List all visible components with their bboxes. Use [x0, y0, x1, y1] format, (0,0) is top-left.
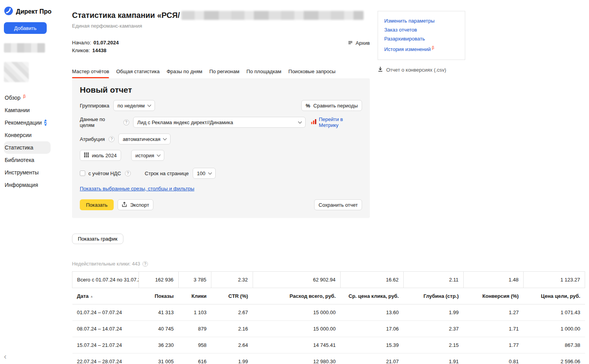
- export-icon: [122, 202, 127, 208]
- sidebar-item[interactable]: Кампании: [4, 104, 51, 116]
- value-cell: 867.38: [523, 337, 585, 353]
- date-cell: 01.07.24 – 07.07.24: [72, 304, 139, 321]
- sidebar-item-label: Инструменты: [5, 169, 39, 176]
- report-wizard-panel: Новый отчет Группировка по неделям % Сра…: [72, 78, 370, 218]
- value-cell: 15 000.00: [253, 321, 340, 337]
- sidebar-item[interactable]: Статистика: [4, 141, 51, 154]
- period-button[interactable]: июль 2024: [80, 150, 121, 161]
- sidebar-item-label: Конверсии: [5, 132, 32, 138]
- conversions-csv-link[interactable]: Отчет о конверсиях (.csv): [378, 66, 465, 73]
- goals-value: Лид с Реклама яндекс директ//Динамика: [137, 120, 233, 125]
- go-to-metrika-link[interactable]: Перейти в Метрику: [319, 116, 362, 128]
- report-tab[interactable]: Мастер отчётов: [72, 69, 109, 78]
- sidebar-item[interactable]: Рекомендации 2: [4, 116, 51, 129]
- value-cell: 21.07: [340, 353, 403, 364]
- campaign-action-link[interactable]: Разархивировать: [384, 34, 459, 43]
- redacted-campaign-name: [181, 11, 364, 20]
- value-cell: 1.27: [463, 304, 523, 321]
- value-cell: 15 000.00: [253, 304, 340, 321]
- value-cell: 1.77: [463, 337, 523, 353]
- period-value: июль 2024: [92, 153, 117, 158]
- show-report-button[interactable]: Показать: [80, 199, 114, 210]
- value-cell: 41 313: [139, 304, 178, 321]
- history-select[interactable]: история: [131, 150, 164, 161]
- report-tab[interactable]: По площадкам: [246, 69, 281, 78]
- vat-checkbox[interactable]: [80, 171, 85, 176]
- download-icon: [378, 66, 383, 73]
- vat-label: с учётом НДС: [88, 171, 121, 176]
- sidebar-item[interactable]: Информация: [4, 179, 51, 191]
- sidebar-item-label: Кампании: [5, 107, 30, 113]
- value-cell: 36 230: [139, 337, 178, 353]
- column-header[interactable]: Конверсия (%): [463, 288, 523, 304]
- campaign-action-label: История изменений: [384, 46, 431, 52]
- archive-label: Архив: [356, 40, 370, 46]
- sidebar-item[interactable]: Библиотека: [4, 154, 51, 166]
- main-content: Статистика кампании «РСЯ/ Единая перфома…: [55, 0, 589, 364]
- column-header[interactable]: Ср. цена клика, руб.: [340, 288, 403, 304]
- column-header-date[interactable]: Дата▲: [72, 288, 139, 304]
- invalid-clicks-note: Недействительные клики: 443 ?: [72, 261, 585, 267]
- collapse-sidebar-button[interactable]: ‹: [4, 352, 7, 360]
- help-icon[interactable]: ?: [109, 136, 114, 142]
- chevron-down-icon: [208, 171, 212, 174]
- report-tab-label: По площадкам: [246, 69, 281, 74]
- column-header[interactable]: Цена цели, руб.: [523, 288, 585, 304]
- column-header[interactable]: Показы: [139, 288, 178, 304]
- campaign-action-link[interactable]: История измененийβ: [384, 43, 459, 54]
- help-icon[interactable]: ?: [142, 261, 148, 267]
- grouping-select[interactable]: по неделям: [113, 100, 155, 111]
- sidebar-item-label: Библиотека: [5, 157, 34, 163]
- help-icon[interactable]: ?: [125, 171, 131, 176]
- add-button[interactable]: Добавить: [4, 22, 47, 34]
- report-tab[interactable]: Фразы по дням: [167, 69, 202, 78]
- column-header[interactable]: Клики: [178, 288, 211, 304]
- attribution-select[interactable]: автоматическая: [118, 134, 171, 144]
- sidebar-item-label: Информация: [5, 182, 38, 188]
- report-tab[interactable]: Поисковые запросы: [288, 69, 336, 78]
- start-date-value: 01.07.2024: [93, 40, 119, 46]
- grouping-label: Группировка: [80, 103, 109, 109]
- app-logo[interactable]: Директ Про: [4, 6, 55, 17]
- save-report-label: Сохранить отчет: [318, 202, 358, 208]
- show-filters-link[interactable]: Показать выбранные срезы, столбцы и филь…: [80, 186, 194, 192]
- table-row: 22.07.24 – 28.07.24 31 005 616 1.99 12 9…: [72, 353, 585, 364]
- table-body: 01.07.24 – 07.07.24 41 313 1 103 2.67 15…: [72, 304, 585, 364]
- compare-periods-button[interactable]: % Сравнить периоды: [301, 100, 362, 111]
- sidebar-item[interactable]: Конверсии: [4, 129, 51, 141]
- report-tab-label: Фразы по дням: [167, 69, 202, 74]
- stats-table: Всего с 01.07.24 по 31.07.24 162 936 3 7…: [72, 271, 585, 364]
- summary-value-cell: 2.32: [211, 272, 253, 288]
- value-cell: 17.06: [340, 321, 403, 337]
- chevron-down-icon: [163, 136, 167, 140]
- report-tab[interactable]: По регионам: [209, 69, 239, 78]
- value-cell: 2.64: [211, 337, 253, 353]
- chevron-down-icon: [147, 103, 151, 107]
- export-button[interactable]: Экспорт: [118, 199, 153, 210]
- rows-per-page-select[interactable]: 100: [193, 168, 216, 179]
- date-cell: 08.07.24 – 14.07.24: [72, 321, 139, 337]
- column-header[interactable]: Глубина (стр.): [403, 288, 463, 304]
- campaign-action-link[interactable]: Заказ отчетов: [384, 25, 459, 34]
- metrika-icon: [311, 119, 316, 125]
- save-report-button[interactable]: Сохранить отчет: [314, 199, 362, 210]
- archive-icon: [348, 40, 353, 46]
- start-date-label: Начало:: [72, 40, 91, 46]
- column-header[interactable]: Расход всего, руб.: [253, 288, 340, 304]
- sidebar-item[interactable]: Инструменты: [4, 166, 51, 179]
- report-tab[interactable]: Общая статистика: [116, 69, 160, 78]
- value-cell: 13.60: [340, 304, 403, 321]
- report-tabs: Мастер отчётов Общая статистика Фразы по…: [72, 69, 370, 78]
- column-header[interactable]: CTR (%): [211, 288, 253, 304]
- help-icon[interactable]: ?: [123, 120, 129, 125]
- sidebar-item[interactable]: Обзор β: [4, 91, 51, 104]
- show-chart-button[interactable]: Показать график: [72, 234, 123, 244]
- value-cell: 0.81: [463, 353, 523, 364]
- campaign-info: Начало:01.07.2024 Кликов:14438: [72, 39, 119, 55]
- goals-select[interactable]: Лид с Реклама яндекс директ//Динамика: [133, 117, 306, 128]
- value-cell: 14 745.41: [253, 337, 340, 353]
- calendar-icon: [84, 153, 89, 158]
- value-cell: 12 980.30: [253, 353, 340, 364]
- sidebar-item-label: Обзор: [5, 95, 20, 101]
- campaign-action-link[interactable]: Изменить параметры: [384, 16, 459, 25]
